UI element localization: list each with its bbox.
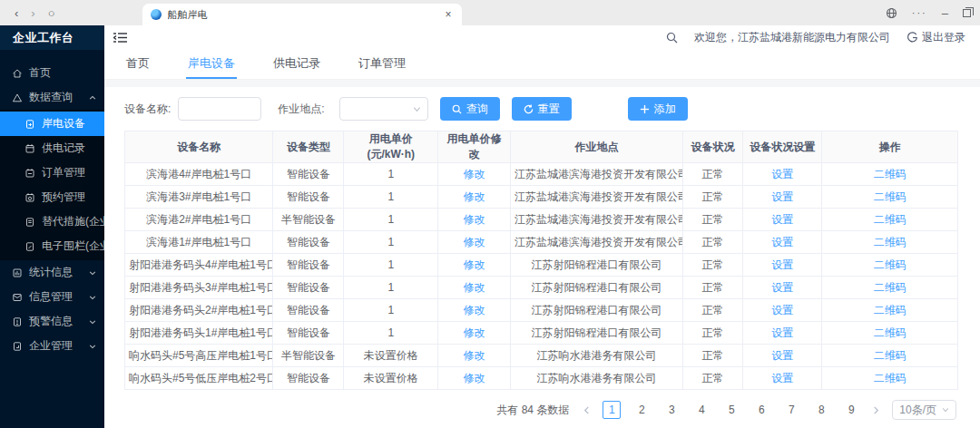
tab-0[interactable]: 首页 — [124, 50, 152, 79]
qrcode-link[interactable]: 二维码 — [874, 281, 906, 294]
work-location-cell: 江苏盐城港滨海港投资开发有限公司 — [510, 209, 682, 231]
qrcode-link[interactable]: 二维码 — [874, 349, 906, 362]
sidebar-subitem-2[interactable]: 订单管理 — [0, 160, 104, 185]
browser-forward-button[interactable]: › — [31, 7, 34, 19]
device-type-cell: 智能设备 — [273, 299, 344, 322]
modify-price-link[interactable]: 修改 — [464, 258, 485, 271]
sidebar-collapse-icon[interactable] — [113, 32, 127, 44]
sidebar-subitem-3[interactable]: 预约管理 — [0, 185, 104, 209]
sidebar-subitem-0[interactable]: 岸电设备 — [0, 112, 104, 136]
page-number-9[interactable]: 9 — [842, 401, 860, 419]
status-set-link[interactable]: 设置 — [771, 190, 793, 203]
page-size-select[interactable]: 10条/页 — [892, 400, 956, 420]
status-set-link[interactable]: 设置 — [771, 304, 793, 316]
status-set-link[interactable]: 设置 — [771, 213, 793, 226]
modify-price-link-cell: 修改 — [438, 345, 511, 367]
sidebar-nav: 首页数据查询岸电设备供电记录订单管理预约管理替代措施(企业)电子围栏(企业)统计… — [0, 50, 104, 358]
sidebar-item-0[interactable]: 首页 — [0, 61, 104, 85]
sidebar-subitem-5[interactable]: 电子围栏(企业) — [0, 234, 104, 258]
status-set-link[interactable]: 设置 — [771, 281, 793, 294]
search-button[interactable]: 查询 — [440, 97, 500, 121]
page-number-1[interactable]: 1 — [603, 401, 621, 419]
table-row: 滨海港2#岸电桩1号口半智能设备1修改江苏盐城港滨海港投资开发有限公司正常设置二… — [125, 209, 958, 231]
sidebar-item-3[interactable]: 信息管理 — [0, 285, 104, 309]
add-button[interactable]: 添加 — [628, 97, 688, 121]
browser-back-button[interactable]: ‹ — [15, 7, 18, 19]
status-set-link[interactable]: 设置 — [771, 236, 793, 248]
prev-page-button[interactable] — [583, 406, 591, 414]
location-select[interactable] — [339, 97, 428, 121]
modify-price-link[interactable]: 修改 — [464, 190, 485, 203]
status-set-link-cell: 设置 — [743, 322, 822, 345]
device-status-cell: 正常 — [683, 163, 743, 186]
page-number-5[interactable]: 5 — [722, 401, 740, 419]
status-set-link[interactable]: 设置 — [771, 372, 793, 384]
sidebar-item-label: 企业管理 — [29, 338, 73, 354]
browser-reload-button[interactable]: ○ — [48, 7, 55, 19]
device-name-cell: 射阳港港务码头1#岸电桩1号口 — [125, 322, 273, 345]
reset-button[interactable]: 重置 — [512, 97, 572, 121]
sidebar-item-label: 预警信息 — [29, 314, 73, 329]
unit-price-cell: 1 — [344, 322, 438, 345]
device-type-cell: 智能设备 — [273, 277, 344, 299]
search-icon[interactable] — [666, 32, 678, 44]
status-set-link-cell: 设置 — [743, 299, 822, 322]
chevron-down-icon — [89, 343, 96, 350]
tab-close-icon[interactable]: × — [444, 8, 454, 21]
tab-3[interactable]: 订单管理 — [357, 50, 407, 79]
browser-tab[interactable]: 船舶岸电 × — [142, 4, 462, 25]
page-number-2[interactable]: 2 — [632, 401, 651, 419]
unit-price-cell: 1 — [344, 277, 438, 299]
work-location-cell: 江苏射阳锦程港口有限公司 — [510, 299, 682, 322]
status-set-link[interactable]: 设置 — [771, 168, 793, 180]
sidebar-subitem-4[interactable]: 替代措施(企业) — [0, 209, 104, 234]
modify-price-link[interactable]: 修改 — [464, 236, 485, 248]
sidebar-subitem-1[interactable]: 供电记录 — [0, 136, 104, 160]
tab-2[interactable]: 供电记录 — [271, 50, 322, 79]
qrcode-link-cell: 二维码 — [822, 277, 958, 299]
qrcode-link[interactable]: 二维码 — [874, 372, 906, 384]
status-set-link[interactable]: 设置 — [771, 349, 793, 362]
modify-price-link-cell: 修改 — [438, 163, 511, 186]
browser-menu-icon[interactable]: ··· — [912, 8, 927, 18]
modify-price-link[interactable]: 修改 — [464, 281, 485, 294]
sidebar-subitem-label: 电子围栏(企业) — [42, 238, 114, 254]
modify-price-link[interactable]: 修改 — [464, 213, 485, 226]
sidebar-item-2[interactable]: 统计信息 — [0, 260, 104, 285]
window-restore-button[interactable] — [963, 9, 971, 17]
logout-button[interactable]: 退出登录 — [906, 30, 965, 45]
device-name-input[interactable] — [178, 97, 261, 121]
qrcode-link[interactable]: 二维码 — [874, 258, 906, 271]
globe-icon[interactable] — [886, 7, 897, 19]
sidebar-item-1[interactable]: 数据查询 — [0, 85, 104, 110]
page-number-3[interactable]: 3 — [662, 401, 681, 419]
qrcode-link[interactable]: 二维码 — [874, 190, 906, 203]
qrcode-link[interactable]: 二维码 — [874, 236, 906, 248]
chevron-up-icon — [89, 94, 96, 102]
modify-price-link[interactable]: 修改 — [464, 304, 485, 316]
modify-price-link[interactable]: 修改 — [464, 349, 485, 362]
chevron-down-icon — [89, 294, 96, 301]
page-number-8[interactable]: 8 — [812, 401, 830, 419]
status-set-link[interactable]: 设置 — [771, 326, 793, 339]
sidebar-item-label: 首页 — [29, 65, 51, 81]
modify-price-link[interactable]: 修改 — [464, 372, 485, 384]
total-count-text: 共有 84 条数据 — [496, 403, 569, 418]
page-number-7[interactable]: 7 — [782, 401, 800, 419]
sidebar-item-4[interactable]: 预警信息 — [0, 309, 104, 334]
sidebar-subitem-label: 预约管理 — [42, 190, 85, 205]
window-minimize-button[interactable]: – — [942, 6, 948, 20]
status-set-link[interactable]: 设置 — [771, 258, 793, 271]
tab-1[interactable]: 岸电设备 — [186, 50, 237, 79]
modify-price-link[interactable]: 修改 — [464, 168, 485, 180]
qrcode-link[interactable]: 二维码 — [874, 304, 906, 316]
qrcode-link[interactable]: 二维码 — [874, 326, 906, 339]
sidebar-item-5[interactable]: 企业管理 — [0, 334, 104, 358]
modify-price-link[interactable]: 修改 — [464, 326, 485, 339]
site-favicon — [151, 9, 162, 20]
next-page-button[interactable] — [872, 406, 880, 414]
qrcode-link[interactable]: 二维码 — [874, 168, 906, 180]
qrcode-link[interactable]: 二维码 — [874, 213, 906, 226]
page-number-6[interactable]: 6 — [752, 401, 770, 419]
page-number-4[interactable]: 4 — [692, 401, 710, 419]
